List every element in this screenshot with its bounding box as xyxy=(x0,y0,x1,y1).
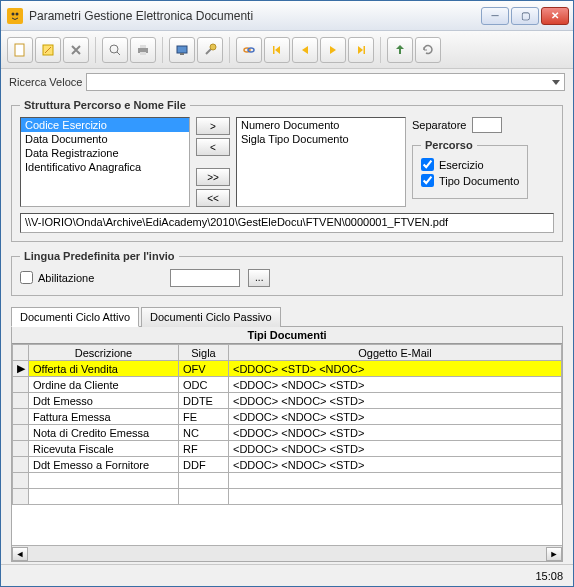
first-icon[interactable] xyxy=(264,37,290,63)
add-button[interactable]: > xyxy=(196,117,230,135)
tabs: Documenti Ciclo Attivo Documenti Ciclo P… xyxy=(11,306,563,326)
new-icon[interactable] xyxy=(7,37,33,63)
scroll-left-icon[interactable]: ◄ xyxy=(12,547,28,561)
cell-desc[interactable]: Ordine da Cliente xyxy=(29,377,179,393)
list-item[interactable]: Data Registrazione xyxy=(21,146,189,160)
cell-desc[interactable]: Fattura Emessa xyxy=(29,409,179,425)
quick-search-label: Ricerca Veloce xyxy=(9,76,82,88)
available-list[interactable]: Codice Esercizio Data Documento Data Reg… xyxy=(20,117,190,207)
chk-abilitazione-box[interactable] xyxy=(20,271,33,284)
minimize-button[interactable]: ─ xyxy=(481,7,509,25)
cell-sigla[interactable]: NC xyxy=(179,425,229,441)
browse-button[interactable]: ... xyxy=(248,269,270,287)
tab-passivo[interactable]: Documenti Ciclo Passivo xyxy=(141,307,281,327)
chk-abilitazione[interactable]: Abilitazione xyxy=(20,271,94,284)
tab-attivo[interactable]: Documenti Ciclo Attivo xyxy=(11,307,139,327)
table-row[interactable]: ▶Offerta di VenditaOFV<DDOC> <STD> <NDOC… xyxy=(13,361,562,377)
separator-field[interactable] xyxy=(472,117,502,133)
app-window: Parametri Gestione Elettronica Documenti… xyxy=(0,0,574,587)
cell-sigla[interactable]: DDTE xyxy=(179,393,229,409)
svg-point-1 xyxy=(12,12,15,15)
last-icon[interactable] xyxy=(348,37,374,63)
chevron-down-icon[interactable] xyxy=(552,80,560,85)
cell-desc[interactable]: Nota di Credito Emessa xyxy=(29,425,179,441)
app-icon xyxy=(7,8,23,24)
table-row[interactable]: Fattura EmessaFE<DDOC> <NDOC> <STD> xyxy=(13,409,562,425)
cell-sigla[interactable]: RF xyxy=(179,441,229,457)
cell-sigla[interactable]: OFV xyxy=(179,361,229,377)
chk-esercizio[interactable]: Esercizio xyxy=(421,158,519,171)
table-row[interactable]: Ricevuta FiscaleRF<DDOC> <NDOC> <STD> xyxy=(13,441,562,457)
titlebar: Parametri Gestione Elettronica Documenti… xyxy=(1,1,573,31)
maximize-button[interactable]: ▢ xyxy=(511,7,539,25)
cell-desc[interactable]: Offerta di Vendita xyxy=(29,361,179,377)
svg-rect-15 xyxy=(364,46,366,54)
table-row xyxy=(13,473,562,489)
table-row[interactable]: Ddt Emesso a FornitoreDDF<DDOC> <NDOC> <… xyxy=(13,457,562,473)
table-row[interactable]: Ordine da ClienteODC<DDOC> <NDOC> <STD> xyxy=(13,377,562,393)
cell-ogg[interactable]: <DDOC> <NDOC> <STD> xyxy=(229,441,562,457)
table-row[interactable]: Nota di Credito EmessaNC<DDOC> <NDOC> <S… xyxy=(13,425,562,441)
language-group: Lingua Predefinita per l'invio Abilitazi… xyxy=(11,250,563,296)
selected-list[interactable]: Numero Documento Sigla Tipo Documento xyxy=(236,117,406,207)
cell-ogg[interactable]: <DDOC> <NDOC> <STD> xyxy=(229,425,562,441)
close-button[interactable]: ✕ xyxy=(541,7,569,25)
svg-rect-7 xyxy=(140,45,146,48)
quick-search-field[interactable] xyxy=(86,73,565,91)
svg-rect-9 xyxy=(177,46,187,53)
link-icon[interactable] xyxy=(236,37,262,63)
cell-ogg[interactable]: <DDOC> <NDOC> <STD> xyxy=(229,377,562,393)
add-all-button[interactable]: >> xyxy=(196,168,230,186)
cell-sigla[interactable]: ODC xyxy=(179,377,229,393)
tab-sheet: Tipi Documenti Descrizione Sigla Oggetto… xyxy=(11,326,563,562)
svg-point-11 xyxy=(210,44,216,50)
col-desc[interactable]: Descrizione xyxy=(29,345,179,361)
list-item[interactable]: Data Documento xyxy=(21,132,189,146)
svg-rect-14 xyxy=(273,46,275,54)
cell-ogg[interactable]: <DDOC> <NDOC> <STD> xyxy=(229,393,562,409)
chk-esercizio-box[interactable] xyxy=(421,158,434,171)
structure-group: Struttura Percorso e Nome File Codice Es… xyxy=(11,99,563,242)
cell-desc[interactable]: Ddt Emesso xyxy=(29,393,179,409)
cell-ogg[interactable]: <DDOC> <STD> <NDOC> xyxy=(229,361,562,377)
content: Struttura Percorso e Nome File Codice Es… xyxy=(1,95,573,564)
chk-tipodoc[interactable]: Tipo Documento xyxy=(421,174,519,187)
row-marker xyxy=(13,409,29,425)
svg-point-5 xyxy=(110,45,118,53)
svg-rect-8 xyxy=(140,52,146,55)
toolbar xyxy=(1,31,573,69)
prev-icon[interactable] xyxy=(292,37,318,63)
grid[interactable]: Descrizione Sigla Oggetto E-Mail ▶Offert… xyxy=(12,344,562,505)
screen-icon[interactable] xyxy=(169,37,195,63)
scroll-right-icon[interactable]: ► xyxy=(546,547,562,561)
edit-icon[interactable] xyxy=(35,37,61,63)
cell-desc[interactable]: Ricevuta Fiscale xyxy=(29,441,179,457)
list-item[interactable]: Sigla Tipo Documento xyxy=(237,132,405,146)
list-item[interactable]: Codice Esercizio xyxy=(21,118,189,132)
delete-icon[interactable] xyxy=(63,37,89,63)
next-icon[interactable] xyxy=(320,37,346,63)
print-icon[interactable] xyxy=(130,37,156,63)
language-field[interactable] xyxy=(170,269,240,287)
remove-button[interactable]: < xyxy=(196,138,230,156)
table-row[interactable]: Ddt EmessoDDTE<DDOC> <NDOC> <STD> xyxy=(13,393,562,409)
row-marker xyxy=(13,457,29,473)
h-scrollbar[interactable]: ◄ ► xyxy=(12,545,562,561)
svg-point-2 xyxy=(16,12,19,15)
cell-sigla[interactable]: FE xyxy=(179,409,229,425)
chk-tipodoc-box[interactable] xyxy=(421,174,434,187)
cell-ogg[interactable]: <DDOC> <NDOC> <STD> xyxy=(229,457,562,473)
col-ogg[interactable]: Oggetto E-Mail xyxy=(229,345,562,361)
save-icon[interactable] xyxy=(387,37,413,63)
list-item[interactable]: Identificativo Anagrafica xyxy=(21,160,189,174)
cell-ogg[interactable]: <DDOC> <NDOC> <STD> xyxy=(229,409,562,425)
svg-rect-0 xyxy=(7,8,23,24)
zoom-icon[interactable] xyxy=(102,37,128,63)
remove-all-button[interactable]: << xyxy=(196,189,230,207)
cell-sigla[interactable]: DDF xyxy=(179,457,229,473)
cell-desc[interactable]: Ddt Emesso a Fornitore xyxy=(29,457,179,473)
col-sigla[interactable]: Sigla xyxy=(179,345,229,361)
list-item[interactable]: Numero Documento xyxy=(237,118,405,132)
tools-icon[interactable] xyxy=(197,37,223,63)
refresh-icon[interactable] xyxy=(415,37,441,63)
